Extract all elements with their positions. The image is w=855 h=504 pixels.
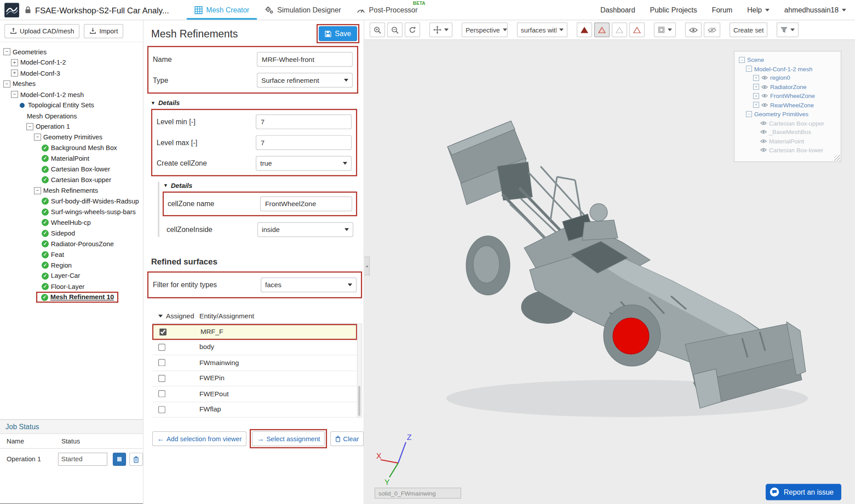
filter-button[interactable] [777, 22, 799, 37]
tree-item[interactable]: ✓Surf-body-diff-Wsides-Radsup [0, 196, 143, 207]
scene-item-label[interactable]: FrontWheelZone [770, 93, 815, 99]
scene-tree-item[interactable]: +RadiatorZone [736, 82, 839, 91]
save-button[interactable]: Save [319, 26, 357, 41]
viewer-canvas[interactable]: ◄ −Scene−Model-Conf-1-2 mesh+region0+Rad… [364, 40, 855, 504]
row-checkbox[interactable] [158, 359, 165, 366]
panel-collapse-handle[interactable]: ◄ [364, 257, 369, 276]
tree-item-label[interactable]: Surf-wings-wheels-susp-bars [51, 208, 135, 215]
collapse-icon[interactable]: − [739, 57, 745, 63]
mesh-view-wire-button[interactable] [612, 22, 627, 37]
scene-item-label[interactable]: RearWheelZone [770, 102, 814, 108]
name-field[interactable] [257, 52, 353, 67]
scene-tree-item[interactable]: −Geometry Primitives [736, 110, 839, 118]
details-toggle[interactable]: ▼ Details [151, 99, 364, 107]
scene-tree-item[interactable]: +region0 [736, 73, 839, 82]
expand-icon[interactable]: + [753, 102, 759, 108]
upload-cad-button[interactable]: Upload CAD/mesh [4, 24, 80, 38]
project-title[interactable]: FSAE-Workshop-S2-Full Car Analy... [35, 5, 169, 15]
zoom-in-button[interactable] [370, 22, 385, 37]
tree-item[interactable]: ✓MaterialPoint [0, 153, 143, 164]
scene-item-label[interactable]: Cartesian Box-upper [769, 120, 824, 126]
mesh-view-outline-button[interactable] [629, 22, 644, 37]
row-checkbox[interactable] [158, 406, 165, 413]
nav-public-projects[interactable]: Public Projects [650, 6, 697, 14]
tree-item-label[interactable]: Background Mesh Box [51, 144, 117, 152]
tree-item[interactable]: −Operation 1 [0, 121, 143, 132]
scene-tree-item[interactable]: −Model-Conf-1-2 mesh [736, 64, 839, 73]
tree-item-label[interactable]: Mesh Refinements [43, 187, 98, 194]
projection-select[interactable]: Perspective [462, 22, 507, 37]
tree-item[interactable]: ✓WheelHub-cp [0, 217, 143, 228]
zoom-out-button[interactable] [387, 22, 402, 37]
table-row[interactable]: FWEPin [152, 371, 357, 386]
collapse-icon[interactable]: − [11, 91, 18, 98]
collapse-icon[interactable]: − [26, 123, 33, 130]
tree-item-label[interactable]: Topological Entity Sets [28, 102, 94, 109]
scene-item-label[interactable]: Geometry Primitives [754, 111, 809, 118]
scene-tree-item[interactable]: MaterialPoint [736, 137, 839, 146]
tree-item-label[interactable]: WheelHub-cp [51, 219, 90, 226]
scene-tree-item[interactable]: Cartesian Box-upper [736, 118, 839, 127]
clear-button[interactable]: Clear [331, 431, 364, 446]
eye-icon[interactable] [760, 121, 767, 125]
table-row[interactable]: MRF_F [152, 324, 357, 340]
tree-item-label[interactable]: Geometry Primitives [43, 134, 102, 141]
select-assignment-button[interactable]: → Select assignment [252, 431, 325, 446]
tree-item-label[interactable]: Sidepod [51, 229, 75, 237]
table-scrollbar[interactable] [357, 324, 362, 418]
tree-item[interactable]: ✓Surf-wings-wheels-susp-bars [0, 207, 143, 217]
row-checkbox[interactable] [158, 375, 165, 382]
stop-job-button[interactable] [113, 453, 126, 466]
hide-selected-button[interactable] [704, 22, 720, 37]
scene-item-label[interactable]: _BaseMeshBox [769, 129, 811, 135]
tree-item[interactable]: ✓Sidepod [0, 228, 143, 239]
collapse-icon[interactable]: − [3, 80, 10, 87]
tab-simulation-designer[interactable]: Simulation Designer [257, 0, 349, 20]
table-row[interactable]: FWflap [152, 402, 357, 418]
collapse-icon[interactable]: − [746, 111, 752, 117]
mesh-view-solid-button[interactable] [577, 22, 592, 37]
eye-icon[interactable] [761, 76, 768, 80]
collapse-icon[interactable]: − [34, 187, 41, 194]
type-select[interactable]: Surface refinement [257, 73, 353, 87]
eye-icon[interactable] [760, 148, 767, 152]
cellzone-name-field[interactable] [260, 196, 352, 211]
tree-item-label[interactable]: Surf-body-diff-Wsides-Radsup [51, 197, 139, 205]
entity-filter-select[interactable]: faces [261, 277, 356, 292]
tree-item-label[interactable]: Layer-Car [51, 272, 80, 280]
tree-item[interactable]: −Model-Conf-1-2 mesh [0, 89, 143, 100]
add-selection-button[interactable]: ← Add selection from viewer [152, 431, 247, 446]
tree-item[interactable]: ✓Cartesian Box-lower [0, 164, 143, 175]
report-issue-button[interactable]: Report an issue [765, 484, 841, 500]
tree-item[interactable]: ✓Feat [0, 249, 143, 260]
tree-item[interactable]: ✓Cartesian Box-upper [0, 175, 143, 185]
scene-item-label[interactable]: Scene [747, 57, 764, 63]
resize-grip[interactable] [834, 154, 840, 161]
nav-user-menu[interactable]: ahmedhussain18 [784, 6, 846, 14]
tree-item-label[interactable]: MaterialPoint [51, 155, 89, 163]
row-checkbox[interactable] [158, 390, 165, 398]
create-cellzone-select[interactable]: true [256, 156, 352, 171]
eye-icon[interactable] [761, 103, 768, 107]
tree-item[interactable]: ✓Mesh Refinement 10 [0, 292, 143, 303]
tree-item[interactable]: +Model-Conf-1-2 [0, 57, 143, 68]
nav-forum[interactable]: Forum [712, 6, 732, 14]
tree-item-label[interactable]: Operation 1 [36, 123, 70, 130]
expand-icon[interactable]: + [11, 59, 18, 66]
table-row[interactable]: body [152, 340, 357, 355]
delete-job-button[interactable] [129, 453, 143, 466]
mesh-view-surface-button[interactable] [594, 22, 610, 37]
expand-icon[interactable]: + [753, 93, 759, 99]
display-options-button[interactable] [654, 22, 676, 37]
tree-item[interactable]: ✓Region [0, 260, 143, 271]
tree-item[interactable]: −Geometries [0, 46, 143, 57]
tab-mesh-creator[interactable]: Mesh Creator [187, 0, 257, 20]
collapse-icon[interactable]: − [746, 66, 752, 72]
tree-item-label[interactable]: Floor-Layer [51, 283, 84, 290]
scene-tree-item[interactable]: +FrontWheelZone [736, 91, 839, 100]
scene-item-label[interactable]: Model-Conf-1-2 mesh [754, 65, 813, 72]
nav-help[interactable]: Help [747, 6, 769, 14]
tab-post-processor[interactable]: Post-Processor BETA [349, 0, 425, 20]
tree-item-label[interactable]: Geometries [12, 48, 46, 56]
expand-icon[interactable]: + [11, 69, 18, 77]
